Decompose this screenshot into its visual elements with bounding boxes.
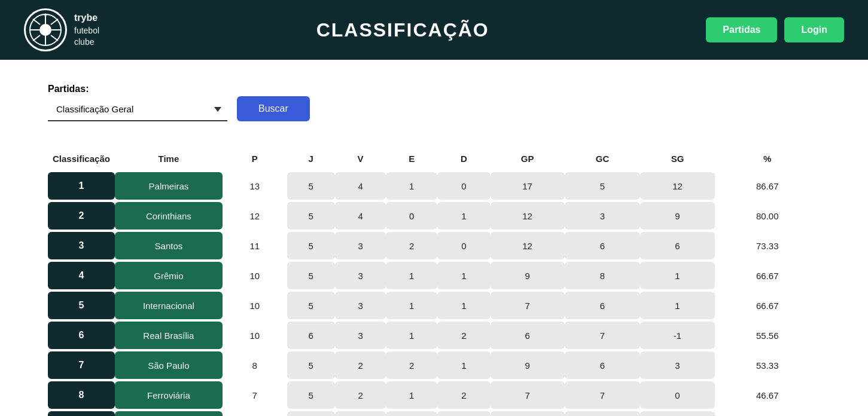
col-gc: GC (565, 148, 641, 170)
stat-cell: 3 (335, 322, 386, 349)
stat-cell: 1 (386, 292, 437, 319)
col-e: E (386, 148, 437, 170)
col-classificacao: Classificação (48, 148, 115, 170)
svg-point-1 (39, 24, 51, 36)
stat-cell: 5 (287, 292, 335, 319)
stat-cell: 12 (491, 202, 565, 230)
page-title: CLASSIFICAÇÃO (316, 19, 489, 41)
rank-cell: 5 (48, 292, 115, 319)
stat-cell: 2 (437, 381, 490, 409)
logo-area: trybe futebol clube (24, 8, 99, 51)
stat-cell: 10 (223, 292, 287, 319)
table-row: 6Real Brasília10631267-155.56 (48, 322, 820, 349)
stat-cell: 3 (335, 292, 386, 319)
stat-cell: -1 (640, 411, 714, 416)
rank-cell: 6 (48, 322, 115, 349)
logo-icon (24, 8, 67, 51)
stat-cell: 5 (287, 381, 335, 409)
main-content: Partidas: Classificação Geral Rodada 1 R… (0, 60, 868, 416)
stat-cell: 7 (491, 292, 565, 319)
stat-cell: 8 (565, 262, 641, 289)
stat-cell: 8 (223, 351, 287, 379)
stat-cell: 0 (437, 172, 490, 200)
team-cell: Santos (115, 232, 223, 259)
stat-cell: 3 (335, 262, 386, 289)
rank-cell: 7 (48, 351, 115, 379)
stat-cell: 6 (287, 322, 335, 349)
svg-line-7 (51, 35, 58, 41)
stat-cell: 7 (223, 381, 287, 409)
table-row: 5Internacional10531176166.67 (48, 292, 820, 319)
buscar-button[interactable]: Buscar (237, 96, 310, 121)
table-row: 1Palmeiras1354101751286.67 (48, 172, 820, 200)
stat-cell: 86.67 (715, 172, 820, 200)
stat-cell: 7 (491, 381, 565, 409)
team-cell: São Paulo (115, 351, 223, 379)
stat-cell: 1 (386, 262, 437, 289)
stat-cell: 5 (287, 351, 335, 379)
stat-cell: 5 (287, 411, 335, 416)
stat-cell: 9 (640, 202, 714, 230)
stat-cell: 5 (287, 262, 335, 289)
filter-label: Partidas: (48, 84, 227, 94)
stat-cell: 55.56 (715, 322, 820, 349)
stat-cell: 3 (565, 202, 641, 230)
stat-cell: 5 (287, 172, 335, 200)
table-row: 4Grêmio10531198166.67 (48, 262, 820, 289)
rank-cell: 2 (48, 202, 115, 230)
stat-cell: 2 (386, 232, 437, 259)
header-buttons: Partidas Login (706, 17, 844, 42)
rank-cell: 8 (48, 381, 115, 409)
login-button[interactable]: Login (784, 17, 844, 42)
col-sg: SG (640, 148, 714, 170)
stat-cell: 66.67 (715, 292, 820, 319)
stat-cell: 46.67 (715, 381, 820, 409)
partidas-select[interactable]: Classificação Geral Rodada 1 Rodada 2 Ro… (48, 98, 227, 121)
stat-cell: 10 (223, 322, 287, 349)
team-cell: Real Brasília (115, 322, 223, 349)
stat-cell: 11 (223, 232, 287, 259)
stat-cell: 12 (223, 202, 287, 230)
stat-cell: 3 (640, 351, 714, 379)
stat-cell: 1 (640, 262, 714, 289)
filter-area: Partidas: Classificação Geral Rodada 1 R… (48, 84, 820, 121)
stat-cell: 5 (287, 232, 335, 259)
stat-cell: 7 (565, 322, 641, 349)
stat-cell: 4 (335, 202, 386, 230)
col-time: Time (115, 148, 223, 170)
stat-cell: 1 (437, 292, 490, 319)
team-cell: Ferroviária (115, 381, 223, 409)
stat-cell: 3 (335, 232, 386, 259)
stat-cell: 2 (335, 351, 386, 379)
stat-cell: 12 (491, 232, 565, 259)
rank-cell: 9 (48, 411, 115, 416)
stat-cell: -1 (640, 322, 714, 349)
stat-cell: 1 (386, 381, 437, 409)
stat-cell: 80.00 (715, 202, 820, 230)
table-row: 8Ferroviária7521277046.67 (48, 381, 820, 409)
stat-cell: 2 (437, 322, 490, 349)
col-j: J (287, 148, 335, 170)
svg-line-8 (51, 19, 58, 25)
stat-cell: 6 (640, 232, 714, 259)
stat-cell: 17 (491, 172, 565, 200)
stat-cell: 0 (386, 202, 437, 230)
stat-cell: 10 (223, 262, 287, 289)
stat-cell: 0 (640, 381, 714, 409)
team-cell: Corinthians (115, 202, 223, 230)
partidas-button[interactable]: Partidas (706, 17, 777, 42)
stat-cell: 6 (223, 411, 287, 416)
stat-cell: 1 (437, 202, 490, 230)
rank-cell: 4 (48, 262, 115, 289)
stat-cell: 1 (640, 292, 714, 319)
stat-cell: 13 (223, 172, 287, 200)
table-row: 9São José-SP6520356-140.00 (48, 411, 820, 416)
table-row: 3Santos115320126673.33 (48, 232, 820, 259)
stat-cell: 0 (386, 411, 437, 416)
table-row: 7São Paulo8522196353.33 (48, 351, 820, 379)
col-pct: % (715, 148, 820, 170)
stat-cell: 2 (335, 381, 386, 409)
stat-cell: 0 (437, 232, 490, 259)
team-cell: Grêmio (115, 262, 223, 289)
table-header-row: Classificação Time P J V E D GP GC SG % (48, 148, 820, 170)
